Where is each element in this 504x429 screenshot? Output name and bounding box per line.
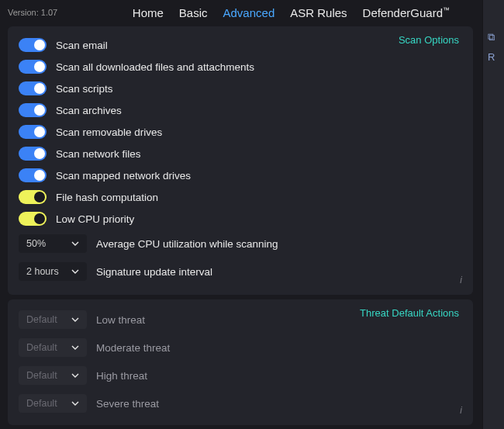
select-cpu-util[interactable]: 50% <box>19 234 87 253</box>
select-label: Severe threat <box>96 398 159 410</box>
select-row-signature-interval: 2 hours Signature update interval <box>19 258 462 285</box>
toggle-row-file-hash: File hash computation <box>19 186 462 208</box>
strip-icon-2[interactable]: R <box>488 51 495 63</box>
toggle-row-low-cpu: Low CPU priority <box>19 208 462 230</box>
info-icon[interactable]: i <box>460 405 462 416</box>
version-label: Version: 1.07 <box>8 8 57 17</box>
strip-icon-1[interactable]: ⧉ <box>488 31 495 43</box>
select-row-severe-threat: Default Severe threat <box>19 389 462 417</box>
select-high-threat[interactable]: Default <box>19 366 87 385</box>
select-label: Moderate threat <box>96 342 170 354</box>
tab-asr-rules[interactable]: ASR Rules <box>290 6 347 19</box>
select-low-threat[interactable]: Default <box>19 310 87 329</box>
toggle-label: Scan email <box>56 40 108 51</box>
toggle-row-scan-scripts: Scan scripts <box>19 78 462 99</box>
toggle-label: Scan network files <box>56 148 141 160</box>
toggle-scan-network[interactable] <box>19 147 47 161</box>
right-strip: ⧉ R <box>482 0 504 429</box>
toggle-row-scan-archives: Scan archives <box>19 99 462 121</box>
select-row-cpu-util: 50% Average CPU utilization while scanni… <box>19 230 462 258</box>
select-severe-threat[interactable]: Default <box>19 394 87 413</box>
toggle-label: Low CPU priority <box>56 213 134 225</box>
chevron-down-icon <box>71 317 79 322</box>
threat-actions-panel: Threat Default Actions Default Low threa… <box>8 299 473 425</box>
chevron-down-icon <box>71 373 79 378</box>
toggle-label: Scan all downloaded files and attachment… <box>56 61 254 73</box>
info-icon[interactable]: i <box>460 275 462 285</box>
select-moderate-threat[interactable]: Default <box>19 338 87 357</box>
tab-advanced[interactable]: Advanced <box>223 6 275 19</box>
select-row-high-threat: Default High threat <box>19 362 462 389</box>
select-label: Signature update interval <box>96 266 212 278</box>
toggle-scan-archives[interactable] <box>19 103 47 117</box>
select-value: Default <box>26 342 57 353</box>
select-value: Default <box>26 370 57 381</box>
scan-options-panel: Scan Options Scan email Scan all downloa… <box>8 26 473 295</box>
toggle-scan-scripts[interactable] <box>19 81 47 95</box>
select-value: Default <box>26 314 57 325</box>
select-value: 50% <box>26 238 46 249</box>
toggle-scan-downloaded[interactable] <box>19 60 47 74</box>
toggle-scan-email[interactable] <box>19 38 47 52</box>
select-row-moderate-threat: Default Moderate threat <box>19 334 462 362</box>
select-signature-interval[interactable]: 2 hours <box>19 262 87 281</box>
toggle-row-scan-network: Scan network files <box>19 143 462 164</box>
toggle-scan-removable[interactable] <box>19 125 47 139</box>
chevron-down-icon <box>71 401 79 406</box>
toggle-low-cpu[interactable] <box>19 212 47 226</box>
tab-basic[interactable]: Basic <box>179 6 208 19</box>
toggle-row-scan-removable: Scan removable drives <box>19 121 462 143</box>
section-title-threat-actions: Threat Default Actions <box>360 307 459 319</box>
toggle-label: Scan archives <box>56 105 122 116</box>
toggle-scan-mapped[interactable] <box>19 168 47 182</box>
chevron-down-icon <box>71 345 79 350</box>
select-label: Low threat <box>96 314 145 326</box>
toggle-row-scan-downloaded: Scan all downloaded files and attachment… <box>19 56 462 78</box>
tab-defenderguard[interactable]: DefenderGuard™ <box>363 6 450 19</box>
top-bar: Version: 1.07 Home Basic Advanced ASR Ru… <box>0 0 481 22</box>
section-title-scan-options: Scan Options <box>399 34 459 46</box>
toggle-file-hash[interactable] <box>19 190 47 204</box>
select-value: Default <box>26 398 57 409</box>
toggle-label: Scan mapped network drives <box>56 170 191 182</box>
toggle-label: Scan scripts <box>56 83 113 95</box>
tabs: Home Basic Advanced ASR Rules DefenderGu… <box>133 6 450 19</box>
chevron-down-icon <box>71 269 79 274</box>
toggle-row-scan-email: Scan email <box>19 34 462 56</box>
toggle-label: Scan removable drives <box>56 126 162 138</box>
select-label: High threat <box>96 370 147 382</box>
toggle-label: File hash computation <box>56 192 158 203</box>
select-value: 2 hours <box>26 266 59 277</box>
toggle-row-scan-mapped: Scan mapped network drives <box>19 164 462 186</box>
chevron-down-icon <box>71 241 79 246</box>
tab-home[interactable]: Home <box>133 6 164 19</box>
select-label: Average CPU utilization while scanning <box>96 238 278 250</box>
